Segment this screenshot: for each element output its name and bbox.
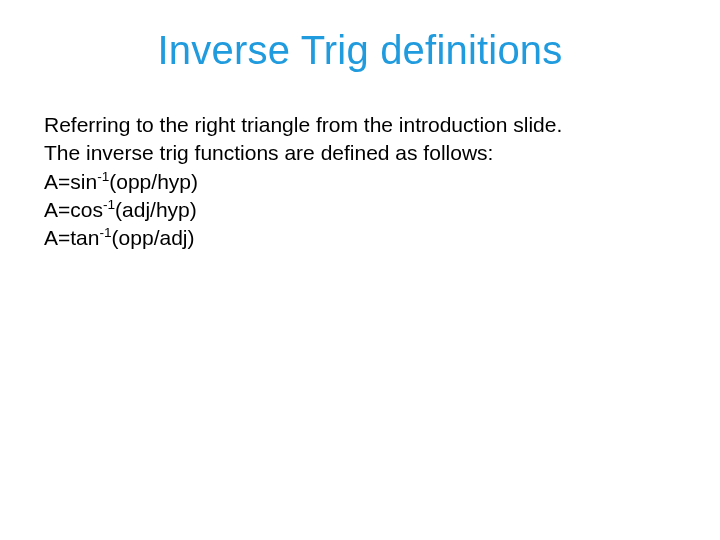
eq-tan-lhs: A=tan	[44, 226, 99, 249]
slide-title: Inverse Trig definitions	[0, 28, 720, 73]
eq-sin-lhs: A=sin	[44, 170, 97, 193]
equation-cos: A=cos-1(adj/hyp)	[44, 197, 676, 223]
eq-cos-lhs: A=cos	[44, 198, 103, 221]
eq-sin-sup: -1	[97, 169, 109, 184]
slide: Inverse Trig definitions Referring to th…	[0, 0, 720, 540]
eq-cos-sup: -1	[103, 197, 115, 212]
equation-tan: A=tan-1(opp/adj)	[44, 225, 676, 251]
body-line-2: The inverse trig functions are defined a…	[44, 140, 676, 166]
equation-sin: A=sin-1(opp/hyp)	[44, 169, 676, 195]
eq-tan-sup: -1	[99, 225, 111, 240]
eq-tan-rhs: (opp/adj)	[112, 226, 195, 249]
eq-sin-rhs: (opp/hyp)	[109, 170, 198, 193]
body-line-1: Referring to the right triangle from the…	[44, 112, 676, 138]
slide-body: Referring to the right triangle from the…	[44, 112, 676, 253]
eq-cos-rhs: (adj/hyp)	[115, 198, 197, 221]
